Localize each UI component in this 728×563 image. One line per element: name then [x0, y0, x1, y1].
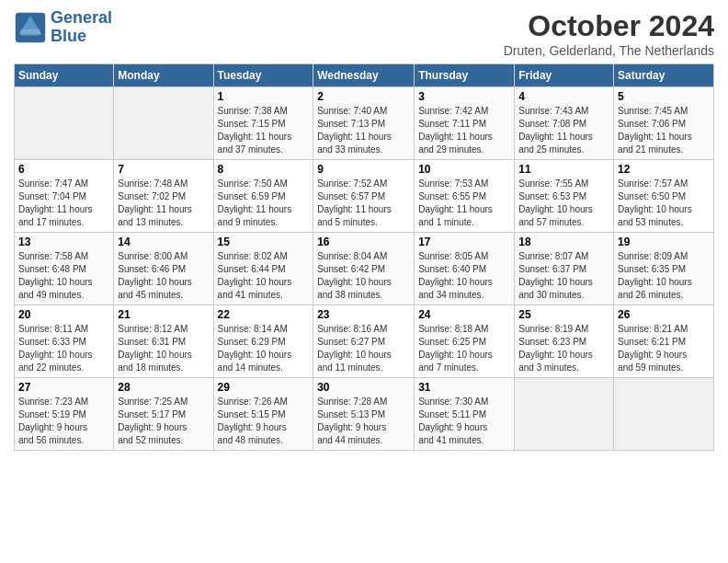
day-info: Sunrise: 7:50 AM Sunset: 6:59 PM Dayligh…	[218, 178, 310, 229]
day-number: 9	[317, 163, 410, 176]
day-cell: 25Sunrise: 8:19 AM Sunset: 6:23 PM Dayli…	[515, 305, 614, 378]
header: General Blue October 2024 Druten, Gelder…	[14, 9, 714, 58]
week-row-5: 27Sunrise: 7:23 AM Sunset: 5:19 PM Dayli…	[15, 378, 714, 451]
day-number: 27	[18, 381, 109, 394]
day-number: 31	[418, 381, 510, 394]
day-cell: 27Sunrise: 7:23 AM Sunset: 5:19 PM Dayli…	[15, 378, 114, 451]
day-number: 22	[218, 308, 310, 321]
day-cell: 6Sunrise: 7:47 AM Sunset: 7:04 PM Daylig…	[15, 160, 114, 233]
day-number: 11	[518, 163, 609, 176]
day-cell: 22Sunrise: 8:14 AM Sunset: 6:29 PM Dayli…	[213, 305, 313, 378]
day-info: Sunrise: 8:07 AM Sunset: 6:37 PM Dayligh…	[518, 250, 609, 302]
day-info: Sunrise: 7:25 AM Sunset: 5:17 PM Dayligh…	[118, 396, 209, 447]
day-info: Sunrise: 7:53 AM Sunset: 6:55 PM Dayligh…	[418, 178, 510, 229]
day-info: Sunrise: 8:11 AM Sunset: 6:33 PM Dayligh…	[18, 323, 109, 374]
day-number: 2	[317, 90, 410, 103]
day-cell: 10Sunrise: 7:53 AM Sunset: 6:55 PM Dayli…	[415, 160, 515, 233]
day-number: 28	[118, 381, 209, 394]
col-header-sunday: Sunday	[15, 64, 114, 87]
day-cell: 3Sunrise: 7:42 AM Sunset: 7:11 PM Daylig…	[415, 87, 515, 160]
day-number: 1	[218, 90, 310, 103]
day-info: Sunrise: 7:52 AM Sunset: 6:57 PM Dayligh…	[317, 178, 410, 229]
col-header-saturday: Saturday	[614, 64, 714, 87]
day-number: 5	[618, 90, 710, 103]
logo: General Blue	[14, 9, 112, 46]
day-cell	[614, 378, 714, 451]
day-cell: 28Sunrise: 7:25 AM Sunset: 5:17 PM Dayli…	[114, 378, 213, 451]
day-number: 23	[317, 308, 410, 321]
logo-icon	[14, 11, 47, 44]
day-cell: 21Sunrise: 8:12 AM Sunset: 6:31 PM Dayli…	[114, 305, 213, 378]
day-number: 16	[317, 236, 410, 248]
page: General Blue October 2024 Druten, Gelder…	[0, 0, 728, 460]
day-number: 3	[418, 90, 510, 103]
day-number: 17	[418, 236, 510, 248]
day-info: Sunrise: 7:43 AM Sunset: 7:08 PM Dayligh…	[518, 105, 609, 156]
day-cell: 11Sunrise: 7:55 AM Sunset: 6:53 PM Dayli…	[515, 160, 614, 233]
day-info: Sunrise: 7:23 AM Sunset: 5:19 PM Dayligh…	[18, 396, 109, 447]
day-info: Sunrise: 7:58 AM Sunset: 6:48 PM Dayligh…	[18, 250, 109, 302]
week-row-1: 1Sunrise: 7:38 AM Sunset: 7:15 PM Daylig…	[15, 87, 714, 160]
month-title: October 2024	[504, 9, 714, 43]
day-cell: 5Sunrise: 7:45 AM Sunset: 7:06 PM Daylig…	[614, 87, 714, 160]
day-cell: 7Sunrise: 7:48 AM Sunset: 7:02 PM Daylig…	[114, 160, 213, 233]
day-number: 24	[418, 308, 510, 321]
day-cell: 24Sunrise: 8:18 AM Sunset: 6:25 PM Dayli…	[415, 305, 515, 378]
week-row-3: 13Sunrise: 7:58 AM Sunset: 6:48 PM Dayli…	[15, 233, 714, 305]
col-header-monday: Monday	[114, 64, 213, 87]
day-cell	[15, 87, 114, 160]
day-info: Sunrise: 7:40 AM Sunset: 7:13 PM Dayligh…	[317, 105, 410, 156]
title-block: October 2024 Druten, Gelderland, The Net…	[504, 9, 714, 58]
header-row: SundayMondayTuesdayWednesdayThursdayFrid…	[15, 64, 714, 87]
day-cell	[515, 378, 614, 451]
day-cell: 14Sunrise: 8:00 AM Sunset: 6:46 PM Dayli…	[114, 233, 213, 305]
day-number: 21	[118, 308, 209, 321]
col-header-wednesday: Wednesday	[313, 64, 415, 87]
day-cell: 2Sunrise: 7:40 AM Sunset: 7:13 PM Daylig…	[313, 87, 415, 160]
logo-blue: Blue	[51, 27, 86, 45]
day-info: Sunrise: 7:28 AM Sunset: 5:13 PM Dayligh…	[317, 396, 410, 447]
day-info: Sunrise: 8:02 AM Sunset: 6:44 PM Dayligh…	[218, 250, 310, 302]
day-info: Sunrise: 7:57 AM Sunset: 6:50 PM Dayligh…	[618, 178, 710, 229]
calendar-table: SundayMondayTuesdayWednesdayThursdayFrid…	[14, 63, 714, 451]
week-row-4: 20Sunrise: 8:11 AM Sunset: 6:33 PM Dayli…	[15, 305, 714, 378]
day-cell: 29Sunrise: 7:26 AM Sunset: 5:15 PM Dayli…	[213, 378, 313, 451]
day-info: Sunrise: 7:48 AM Sunset: 7:02 PM Dayligh…	[118, 178, 209, 229]
day-info: Sunrise: 7:26 AM Sunset: 5:15 PM Dayligh…	[218, 396, 310, 447]
logo-text: General Blue	[51, 9, 112, 46]
day-number: 18	[518, 236, 609, 248]
day-number: 4	[518, 90, 609, 103]
day-number: 6	[18, 163, 109, 176]
day-cell: 4Sunrise: 7:43 AM Sunset: 7:08 PM Daylig…	[515, 87, 614, 160]
week-row-2: 6Sunrise: 7:47 AM Sunset: 7:04 PM Daylig…	[15, 160, 714, 233]
day-cell: 20Sunrise: 8:11 AM Sunset: 6:33 PM Dayli…	[15, 305, 114, 378]
day-cell: 23Sunrise: 8:16 AM Sunset: 6:27 PM Dayli…	[313, 305, 415, 378]
logo-general: General	[51, 8, 112, 27]
day-info: Sunrise: 7:30 AM Sunset: 5:11 PM Dayligh…	[418, 396, 510, 447]
day-cell: 17Sunrise: 8:05 AM Sunset: 6:40 PM Dayli…	[415, 233, 515, 305]
day-info: Sunrise: 8:21 AM Sunset: 6:21 PM Dayligh…	[618, 323, 710, 374]
day-cell: 12Sunrise: 7:57 AM Sunset: 6:50 PM Dayli…	[614, 160, 714, 233]
day-info: Sunrise: 8:16 AM Sunset: 6:27 PM Dayligh…	[317, 323, 410, 374]
day-info: Sunrise: 8:19 AM Sunset: 6:23 PM Dayligh…	[518, 323, 609, 374]
col-header-friday: Friday	[515, 64, 614, 87]
day-info: Sunrise: 7:55 AM Sunset: 6:53 PM Dayligh…	[518, 178, 609, 229]
day-cell: 31Sunrise: 7:30 AM Sunset: 5:11 PM Dayli…	[415, 378, 515, 451]
day-number: 26	[618, 308, 710, 321]
day-number: 13	[18, 236, 109, 248]
day-number: 19	[618, 236, 710, 248]
day-cell: 15Sunrise: 8:02 AM Sunset: 6:44 PM Dayli…	[213, 233, 313, 305]
day-info: Sunrise: 8:18 AM Sunset: 6:25 PM Dayligh…	[418, 323, 510, 374]
day-cell: 8Sunrise: 7:50 AM Sunset: 6:59 PM Daylig…	[213, 160, 313, 233]
day-info: Sunrise: 7:42 AM Sunset: 7:11 PM Dayligh…	[418, 105, 510, 156]
day-info: Sunrise: 7:45 AM Sunset: 7:06 PM Dayligh…	[618, 105, 710, 156]
day-number: 30	[317, 381, 410, 394]
day-number: 14	[118, 236, 209, 248]
day-info: Sunrise: 8:00 AM Sunset: 6:46 PM Dayligh…	[118, 250, 209, 302]
day-info: Sunrise: 8:05 AM Sunset: 6:40 PM Dayligh…	[418, 250, 510, 302]
day-number: 7	[118, 163, 209, 176]
day-info: Sunrise: 8:14 AM Sunset: 6:29 PM Dayligh…	[218, 323, 310, 374]
day-cell: 26Sunrise: 8:21 AM Sunset: 6:21 PM Dayli…	[614, 305, 714, 378]
day-number: 25	[518, 308, 609, 321]
day-cell: 13Sunrise: 7:58 AM Sunset: 6:48 PM Dayli…	[15, 233, 114, 305]
